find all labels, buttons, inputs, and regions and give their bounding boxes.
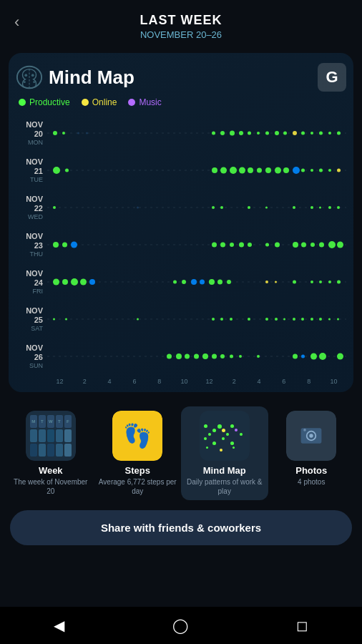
activity-dot	[293, 242, 298, 248]
activity-dot	[212, 167, 217, 173]
thumb-week[interactable]: M T W T F Week The week of November 20	[7, 406, 94, 500]
activity-dot	[319, 280, 322, 283]
activity-dot	[301, 169, 305, 172]
activity-dot	[230, 167, 237, 174]
thumb-mindmap[interactable]: Mind Map Daily patterns of work & play	[181, 406, 268, 500]
activity-dot	[167, 354, 172, 359]
activity-dot	[248, 318, 250, 321]
activity-dot	[53, 131, 57, 135]
time-label: 8	[147, 378, 172, 385]
activity-dot	[275, 167, 281, 174]
activity-dot	[230, 355, 233, 358]
time-label: 6	[122, 378, 147, 385]
chart-area: NOV 20MONNOV 21TUENOV 22WEDNOV 23THUNOV …	[16, 114, 346, 375]
activity-dot	[212, 354, 217, 359]
online-dot	[82, 99, 89, 106]
time-label: 12	[47, 378, 72, 385]
activity-dot	[212, 318, 215, 321]
activity-dot	[319, 207, 321, 209]
svg-point-8	[310, 434, 313, 437]
chart-row: NOV 22WED	[16, 189, 346, 226]
dots-row	[47, 342, 346, 371]
activity-dot	[275, 318, 278, 321]
day-label: NOV 23THU	[16, 232, 47, 258]
activity-dot	[310, 206, 313, 209]
activity-dot	[310, 132, 313, 135]
steps-title: Steps	[125, 465, 150, 476]
activity-dot	[265, 243, 269, 247]
page-title: LAST WEEK	[0, 13, 362, 28]
chart-row: NOV 23THU	[16, 226, 346, 263]
card-header: Mind Map G	[16, 63, 346, 92]
svg-point-9	[303, 429, 306, 431]
activity-dot	[65, 169, 69, 172]
activity-dot	[337, 280, 341, 284]
legend-productive: Productive	[19, 97, 70, 107]
activity-dot	[257, 355, 260, 358]
nav-square-button[interactable]: ◻	[296, 617, 308, 634]
back-button[interactable]: ‹	[14, 13, 19, 31]
week-thumbnail-img: M T W T F	[26, 411, 76, 461]
day-label: NOV 21TUE	[16, 157, 47, 183]
time-label: 8	[296, 378, 321, 385]
activity-dot	[239, 167, 245, 174]
activity-dot	[217, 280, 222, 285]
activity-dot	[328, 280, 331, 283]
time-label: 4	[97, 378, 122, 385]
week-sub: The week of November 20	[10, 477, 92, 496]
activity-dot	[53, 318, 55, 321]
activity-dot	[80, 279, 87, 286]
activity-dot	[310, 243, 315, 247]
activity-dot	[337, 242, 343, 248]
activity-dot	[53, 206, 56, 209]
activity-dot	[191, 279, 197, 285]
activity-dot	[77, 132, 79, 135]
time-label: 6	[271, 378, 296, 385]
activity-dot	[137, 207, 139, 209]
activity-dot	[220, 354, 225, 358]
activity-dot	[239, 355, 242, 358]
activity-dot	[227, 280, 231, 284]
time-label: 10	[172, 378, 197, 385]
activity-dot	[257, 168, 262, 173]
thumb-steps[interactable]: 👣 Steps Average 6,772 steps per day	[94, 406, 182, 500]
photos-sub: 4 photos	[298, 477, 325, 487]
activity-dot	[248, 243, 252, 247]
nav-back-button[interactable]: ◀	[54, 617, 64, 634]
activity-dot	[265, 207, 268, 209]
activity-dot	[53, 279, 59, 286]
chart-row: NOV 21TUE	[16, 152, 346, 189]
activity-dot	[182, 280, 186, 284]
activity-dot	[176, 353, 182, 359]
activity-dot	[53, 167, 60, 174]
activity-dot	[65, 318, 67, 321]
week-title: Week	[39, 465, 63, 476]
nav-home-button[interactable]: ◯	[172, 617, 188, 634]
activity-dot	[194, 354, 199, 359]
activity-dot	[319, 318, 322, 321]
activity-dot	[310, 353, 317, 360]
activity-dot	[310, 169, 313, 172]
music-label: Music	[139, 97, 161, 107]
activity-dot	[212, 243, 217, 248]
day-label: NOV 24FRI	[16, 269, 47, 295]
productive-label: Productive	[29, 97, 70, 107]
chart-row: NOV 20MON	[16, 114, 346, 152]
activity-dot	[265, 167, 271, 173]
dots-row	[47, 156, 346, 185]
g-button[interactable]: G	[318, 63, 346, 92]
activity-dot	[220, 131, 225, 135]
activity-dot	[337, 132, 341, 135]
steps-icon: 👣	[123, 422, 152, 449]
activity-dot	[310, 280, 313, 283]
activity-dot	[293, 131, 297, 135]
share-button[interactable]: Share with friends & coworkers	[10, 510, 352, 545]
activity-dot	[200, 280, 205, 285]
activity-dot	[310, 318, 313, 321]
svg-point-5	[33, 81, 35, 83]
thumb-photos[interactable]: Photos 4 photos	[268, 406, 356, 500]
time-label: 2	[72, 378, 97, 385]
activity-dot	[301, 318, 304, 321]
svg-point-2	[24, 74, 27, 77]
activity-dot	[212, 132, 215, 135]
